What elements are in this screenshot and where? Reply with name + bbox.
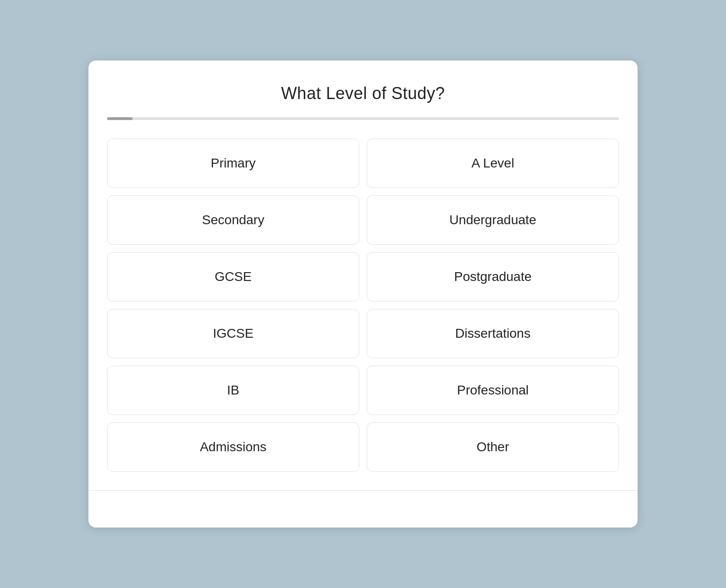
modal-header: What Level of Study?: [88, 60, 638, 113]
option-secondary[interactable]: Secondary: [107, 195, 359, 245]
page-title: What Level of Study?: [107, 84, 619, 103]
option-professional[interactable]: Professional: [367, 366, 619, 415]
option-a-level[interactable]: A Level: [367, 139, 619, 188]
progress-bar-track: [107, 117, 619, 120]
progress-bar-fill: [107, 117, 133, 120]
progress-bar-container: [88, 113, 638, 134]
option-undergraduate[interactable]: Undergraduate: [367, 195, 619, 245]
option-primary[interactable]: Primary: [107, 139, 359, 188]
option-other[interactable]: Other: [367, 422, 619, 472]
option-ib[interactable]: IB: [107, 366, 359, 415]
option-admissions[interactable]: Admissions: [107, 422, 359, 472]
modal-footer: [88, 490, 638, 518]
option-dissertations[interactable]: Dissertations: [367, 309, 619, 358]
options-grid: Primary A Level Secondary Undergraduate …: [88, 134, 638, 481]
option-gcse[interactable]: GCSE: [107, 252, 359, 301]
option-postgraduate[interactable]: Postgraduate: [367, 252, 619, 301]
option-igcse[interactable]: IGCSE: [107, 309, 359, 358]
modal-container: What Level of Study? Primary A Level Sec…: [88, 60, 638, 528]
